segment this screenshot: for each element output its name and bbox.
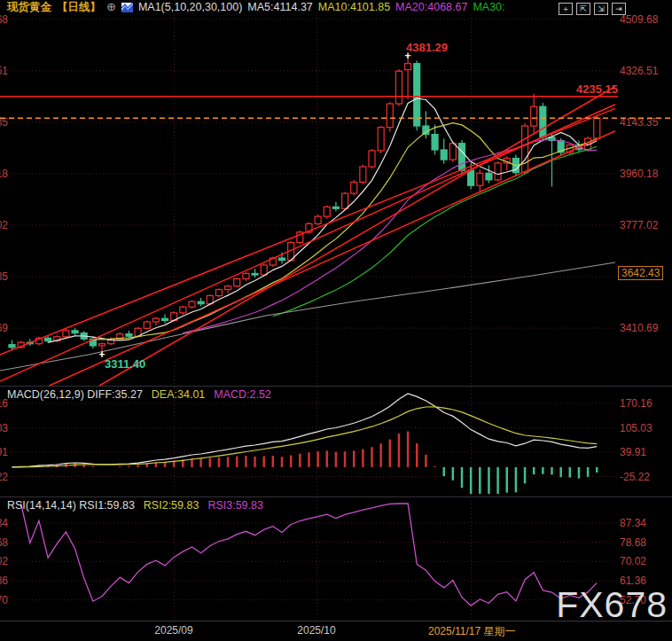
chart-type-icon[interactable] (121, 3, 133, 12)
chart-canvas[interactable] (0, 0, 672, 641)
zoom-axis-in-icon[interactable]: ⇱ (576, 3, 590, 15)
ma-settings-label: MA1(5,10,20,30,100) (138, 1, 242, 13)
time-label-current: 2025/11/17 星期一 (428, 624, 516, 639)
ma30-value: MA30: (473, 1, 504, 13)
ma10-value: MA10:4101.85 (318, 1, 390, 13)
add-indicator-icon[interactable]: ⊕ (106, 2, 116, 12)
rsi-header: RSI(14,14,14) RSI1:59.83 RSI2:59.83 RSI3… (7, 499, 263, 512)
macd-dea-value: DEA:34.01 (152, 388, 205, 401)
rsi2-value: RSI2:59.83 (144, 499, 199, 512)
macd-header: MACD(26,12,9) DIFF:35.27 DEA:34.01 MACD:… (7, 388, 271, 401)
resistance-price-label: 4235.15 (576, 82, 618, 96)
alert-price-label: 3642.43 (618, 266, 663, 280)
zoom-axis-out-icon[interactable]: ⇲ (594, 3, 608, 15)
low-price-label: 3311.40 (105, 357, 145, 371)
time-label-sep: 2025/09 (154, 624, 192, 637)
fx678-watermark: FX678 (556, 584, 668, 626)
macd-title: MACD(26,12,9) DIFF:35.27 (7, 388, 143, 401)
chart-toolbar: ＋ ⇱ ⇲ ⇥ (559, 3, 626, 15)
chart-header: 现货黄金 【日线】 ⊕ MA1(5,10,20,30,100) MA5:4114… (7, 1, 505, 13)
period-label: 【日线】 (57, 0, 101, 15)
high-price-label: 4381.29 (406, 41, 448, 54)
pan-right-icon[interactable]: ⇥ (612, 3, 626, 15)
ma20-value: MA20:4068.67 (395, 1, 467, 13)
time-axis-bar: 2025/09 2025/10 2025/11/17 星期一 (0, 621, 672, 641)
crosshair-tool-icon[interactable]: ＋ (559, 3, 573, 15)
symbol-name: 现货黄金 (7, 0, 51, 15)
rsi-title: RSI(14,14,14) RSI1:59.83 (7, 499, 135, 512)
time-label-oct: 2025/10 (297, 624, 335, 637)
macd-macd-value: MACD:2.52 (214, 388, 271, 401)
ma5-value: MA5:4114.37 (247, 1, 312, 13)
rsi3-value: RSI3:59.83 (207, 499, 263, 512)
